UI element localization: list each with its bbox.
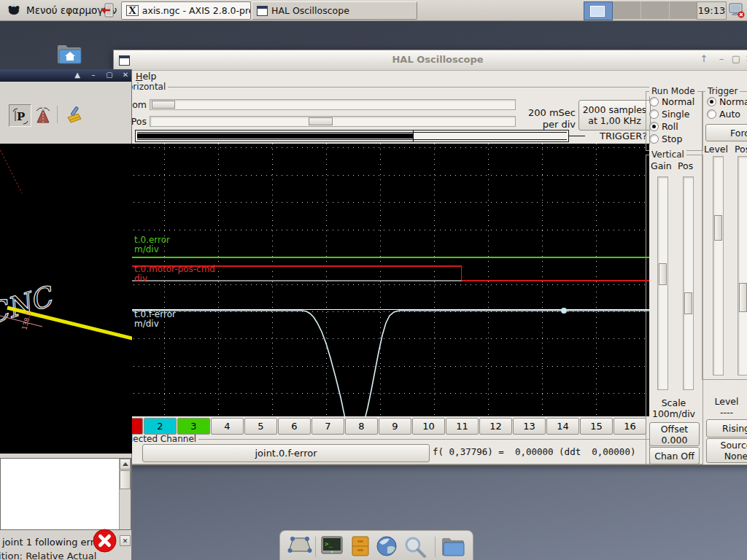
pos-slider[interactable]	[150, 116, 516, 127]
taskbar-window-halscope[interactable]: HAL Oscilloscope	[252, 1, 417, 20]
taskbar-window-halscope-label: HAL Oscilloscope	[271, 5, 349, 16]
trigger-level-slider[interactable]	[713, 156, 724, 376]
run-mode-option-normal[interactable]: Normal	[662, 96, 694, 107]
channel-button-13[interactable]: 13	[513, 418, 546, 435]
channel-button-3[interactable]: 3	[177, 418, 210, 435]
vert-pos-label: Pos	[678, 160, 693, 171]
trigger-pos-slider[interactable]	[738, 156, 747, 376]
channel-button-6[interactable]: 6	[278, 418, 311, 435]
rotate-view-button[interactable]	[32, 104, 53, 125]
maximize-icon[interactable]: ▢	[729, 53, 743, 64]
trigger-radio-normal[interactable]	[707, 97, 716, 106]
trigger-radio-auto[interactable]	[707, 109, 716, 119]
terminal-icon[interactable]: >_	[320, 535, 344, 559]
force-button[interactable]: Force	[705, 124, 747, 141]
gcode-preview-canvas: CNC 138.5	[0, 144, 132, 454]
run-mode-radio-normal[interactable]	[649, 97, 659, 106]
search-icon[interactable]	[403, 535, 427, 560]
svg-text:>_: >_	[325, 540, 333, 548]
scope-screen: t.0.errorm/div t.0.motor-pos-cmddiv t.0.…	[118, 144, 649, 416]
network-status-icon[interactable]	[728, 2, 746, 20]
channel-button-12[interactable]: 12	[479, 418, 512, 435]
channel-button-7[interactable]: 7	[311, 418, 344, 435]
offset-button[interactable]: Offset0.000	[649, 422, 700, 446]
workspace-2[interactable]	[613, 1, 641, 19]
desktop: { "taskbar": { "menu_label": "Μενού εφαρ…	[0, 0, 747, 560]
trigger-pos-handle[interactable]	[739, 283, 747, 312]
menu-help[interactable]: Help	[136, 71, 157, 82]
workspace-pager	[584, 1, 698, 19]
axis-shade-icon[interactable]: ▲	[71, 71, 83, 79]
channel-button-15[interactable]: 15	[580, 418, 613, 435]
workspace-4[interactable]	[670, 1, 698, 19]
trigger-level-handle[interactable]	[714, 215, 722, 241]
logout-button[interactable]	[101, 2, 115, 20]
channel-button-9[interactable]: 9	[379, 418, 411, 435]
axis-maximize-icon[interactable]: ▢	[104, 71, 115, 79]
selected-channel-button[interactable]: joint.0.f-error	[142, 444, 430, 462]
error-text: joint 1 following error	[2, 537, 104, 548]
record-bar-bottomline	[137, 139, 567, 140]
halscope-titlebar[interactable]: HAL Oscilloscope ↑ – ▢ ✕	[114, 50, 747, 71]
chan-off-button[interactable]: Chan Off	[649, 447, 700, 464]
vert-pos-slider[interactable]	[683, 176, 694, 390]
status-text: Position: Relative Actual	[0, 551, 96, 560]
file-cabinet-icon[interactable]	[350, 535, 371, 559]
minimize-icon[interactable]: –	[715, 53, 728, 64]
trigger-option-auto[interactable]: Auto	[719, 109, 740, 120]
rising-button[interactable]: Rising	[706, 419, 747, 438]
channel-button-11[interactable]: 11	[446, 418, 479, 435]
scrollbar-up-button[interactable]	[120, 459, 131, 470]
channel-button-5[interactable]: 5	[244, 418, 277, 435]
run-mode-option-stop[interactable]: Stop	[662, 133, 682, 144]
channel-button-14[interactable]: 14	[546, 418, 579, 435]
axis-titlebar[interactable]: ▲ – ▢ ✕	[0, 69, 131, 82]
show-desktop-icon[interactable]	[287, 535, 312, 558]
zoom-slider-handle[interactable]	[152, 101, 175, 109]
axis-close-icon[interactable]: ✕	[120, 71, 131, 79]
channel-button-8[interactable]: 8	[345, 418, 378, 435]
channel-button-4[interactable]: 4	[211, 418, 244, 435]
shade-icon[interactable]: ↑	[697, 53, 711, 64]
axis-minimize-icon[interactable]: –	[88, 71, 99, 79]
home-folder-glyph	[55, 41, 83, 67]
web-browser-icon[interactable]	[375, 535, 398, 560]
trigger-pos-label: Pos	[735, 144, 747, 155]
selected-channel-group: Selected Channel joint.0.f-error f( 0,37…	[117, 439, 650, 464]
run-mode-radio-single[interactable]	[649, 109, 659, 119]
record-bar-cursor	[413, 131, 414, 141]
file-manager-icon[interactable]	[440, 535, 466, 559]
channel-button-2[interactable]: 2	[144, 418, 177, 435]
taskbar: Μενού εφαρμογών X axis.ngc - AXIS 2.8.0-…	[0, 0, 747, 21]
samples-button[interactable]: 2000 samplesat 1,00 KHz	[578, 100, 651, 131]
perspective-view-button[interactable]: P	[9, 104, 31, 127]
run-mode-option-roll[interactable]: Roll	[662, 121, 678, 132]
trace-label-error: t.0.errorm/div	[134, 236, 170, 254]
gain-slider[interactable]	[657, 176, 668, 390]
scrollbar-thumb[interactable]	[120, 470, 131, 489]
clear-plot-button[interactable]	[62, 104, 83, 125]
workspace-3[interactable]	[641, 1, 670, 19]
channel-button-10[interactable]: 10	[412, 418, 445, 435]
trigger-label: Trigger	[705, 86, 740, 96]
close-icon[interactable]: ✕	[743, 53, 747, 64]
run-mode-radio-roll[interactable]	[649, 122, 659, 131]
channel-button-16[interactable]: 16	[614, 418, 646, 435]
zoom-slider[interactable]	[150, 99, 516, 110]
home-folder-icon[interactable]	[55, 41, 83, 69]
gcode-preview[interactable]: CNC 138.5	[0, 144, 132, 454]
workspace-1[interactable]	[584, 1, 613, 20]
dock-separator-2	[435, 537, 436, 557]
horizontal-group: Horizontal Zoom Pos 200 mSecper div 2000…	[117, 87, 650, 144]
error-dismiss-button[interactable]: ✕	[120, 535, 131, 546]
run-mode-radio-stop[interactable]	[649, 134, 659, 144]
trigger-option-normal[interactable]: Normal	[719, 96, 747, 107]
vert-pos-slider-handle[interactable]	[684, 292, 692, 314]
pos-slider-handle[interactable]	[309, 117, 333, 125]
trigger-source-button[interactable]: SourceNone	[706, 438, 747, 463]
window-glyph-icon	[257, 6, 268, 16]
gain-slider-handle[interactable]	[659, 263, 667, 285]
run-mode-option-single[interactable]: Single	[662, 109, 689, 120]
svg-text:P: P	[17, 110, 25, 123]
taskbar-window-axis[interactable]: X axis.ngc - AXIS 2.8.0-pre...	[121, 1, 251, 20]
